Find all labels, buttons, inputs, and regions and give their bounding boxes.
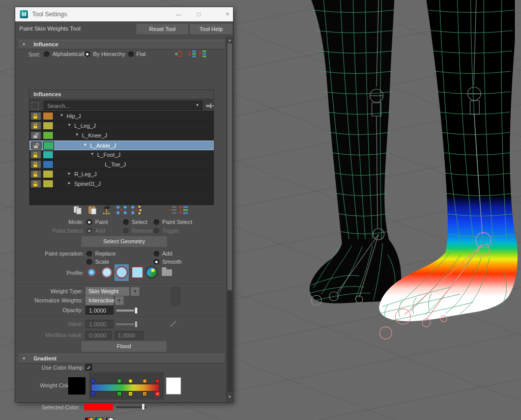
sort-alphabetically-label[interactable]: Alphabetically <box>52 51 87 57</box>
influence-color-swatch[interactable] <box>43 112 53 120</box>
unlock-icon[interactable] <box>31 131 41 139</box>
paint-op-add-radio[interactable] <box>154 251 159 257</box>
tool-help-button[interactable]: Tool Help <box>190 24 233 34</box>
mode-paint-label[interactable]: Paint <box>95 219 108 225</box>
sort-flat-label[interactable]: Flat <box>136 51 146 57</box>
color-preset-fire[interactable] <box>85 417 93 420</box>
influence-row-l-leg[interactable]: ▾ L_Leg_J <box>30 121 214 131</box>
expander-icon[interactable]: ▾ <box>91 151 94 156</box>
paint-op-smooth-label[interactable]: Smooth <box>162 259 182 265</box>
influence-color-swatch[interactable] <box>43 160 53 169</box>
ramp-marker-circle[interactable] <box>117 379 122 383</box>
scroll-down-icon[interactable]: ▼ <box>226 395 233 399</box>
lock-icon[interactable] <box>31 170 41 178</box>
normalize-weights-dropdown-arrow[interactable]: ▼ <box>115 296 124 305</box>
paint-op-replace-label[interactable]: Replace <box>95 250 115 257</box>
influence-row-l-foot[interactable]: ▾ L_Foot_J <box>30 150 214 160</box>
ramp-marker-square[interactable]: × <box>128 391 133 396</box>
lock-icon[interactable] <box>31 180 41 188</box>
mode-paint-radio[interactable] <box>86 219 92 225</box>
use-color-ramp-checkbox[interactable]: ✓ <box>85 364 92 371</box>
lock-icon[interactable] <box>31 122 41 130</box>
weight-color-white-swatch[interactable] <box>166 377 181 395</box>
paint-op-add-label[interactable]: Add <box>162 250 172 257</box>
expander-icon[interactable]: ▾ <box>84 142 86 147</box>
search-input[interactable]: Search... ▼ <box>44 101 202 110</box>
influence-section-header[interactable]: ▼ Influence <box>18 40 225 49</box>
influence-row-l-ankle-selected[interactable]: ▾ L_Ankle_J <box>30 141 214 150</box>
brush-image-icon[interactable] <box>146 266 158 278</box>
search-dropdown-icon[interactable]: ▼ <box>192 101 199 109</box>
close-button[interactable]: × <box>223 10 232 19</box>
color-preset-rainbow[interactable] <box>95 417 103 420</box>
ramp-marker-circle[interactable] <box>91 379 95 383</box>
weight-color-black-swatch[interactable] <box>68 377 85 395</box>
scrollbar-thumb[interactable] <box>227 43 232 290</box>
ramp-marker-square[interactable]: × <box>91 391 95 396</box>
collapse-triangle-icon[interactable]: ▼ <box>22 40 26 49</box>
expander-icon[interactable]: ▾ <box>68 122 71 127</box>
ramp-marker-square[interactable]: × <box>117 391 122 396</box>
scrollbar-track[interactable] <box>227 291 232 392</box>
influence-color-swatch[interactable] <box>43 180 53 188</box>
selected-color-slider-handle[interactable] <box>141 403 145 410</box>
opacity-slider-handle[interactable] <box>134 307 138 314</box>
panel-scrollbar[interactable]: ▲ ▼ <box>226 37 233 402</box>
copy-weights-icon[interactable] <box>73 205 83 215</box>
expander-icon[interactable]: ▸ <box>68 180 71 185</box>
sort-list-down-icon[interactable] <box>188 50 196 58</box>
browse-brush-folder-icon[interactable] <box>162 269 172 276</box>
expander-icon[interactable]: ▸ <box>68 171 71 176</box>
mode-select-label[interactable]: Select <box>132 219 148 225</box>
ramp-marker-circle[interactable] <box>155 379 160 383</box>
sort-by-hierarchy-label[interactable]: By Hierarchy <box>93 51 125 57</box>
mode-paint-select-radio[interactable] <box>154 219 159 225</box>
minimize-button[interactable]: — <box>174 10 183 19</box>
window-titlebar[interactable]: M Tool Settings — □ × <box>15 7 233 22</box>
sort-alphabetically-radio[interactable] <box>44 51 49 57</box>
collapse-triangle-icon[interactable]: ▼ <box>22 354 26 363</box>
normalize-weights-dropdown[interactable]: Interactive <box>85 296 113 305</box>
marquee-select-icon[interactable] <box>32 102 39 109</box>
sort-flat-radio[interactable] <box>128 51 134 57</box>
influence-color-swatch[interactable] <box>43 170 53 178</box>
move-weights-icon[interactable] <box>116 205 127 215</box>
ramp-marker-circle[interactable] <box>128 379 133 383</box>
lock-icon[interactable] <box>31 160 41 169</box>
paint-op-scale-label[interactable]: Scale <box>95 259 109 265</box>
ramp-marker-square[interactable]: × <box>142 391 147 396</box>
color-ramp-bar[interactable] <box>91 384 159 391</box>
influence-tree-list[interactable]: ▾ Hip_J ▾ L_Leg_J ▾ L_Knee_J <box>30 111 214 205</box>
influence-color-swatch[interactable] <box>43 151 53 159</box>
ramp-marker-circle[interactable] <box>142 379 147 383</box>
refresh-influences-icon[interactable] <box>175 50 185 58</box>
influence-row-l-toe[interactable]: L_Toe_J <box>30 160 214 170</box>
influence-row-r-leg[interactable]: ▸ R_Leg_J <box>30 170 214 179</box>
influence-row-spine01[interactable]: ▸ Spine01_J <box>30 179 214 189</box>
paint-op-smooth-radio[interactable] <box>154 259 159 265</box>
gradient-section-header[interactable]: ▼ Gradient <box>18 354 225 363</box>
weight-type-dropdown-arrow[interactable]: ▼ <box>131 287 139 296</box>
copy-influence-list-icon[interactable] <box>168 205 177 215</box>
lock-icon[interactable] <box>31 112 41 120</box>
unlock-icon[interactable] <box>31 142 42 150</box>
reset-tool-button[interactable]: Reset Tool <box>136 24 188 34</box>
ramp-marker-square-selected[interactable]: × <box>155 391 160 396</box>
influence-color-swatch[interactable] <box>43 142 54 150</box>
mode-select-radio[interactable] <box>123 219 129 225</box>
paste-weights-icon[interactable] <box>88 205 98 215</box>
sort-list-up-icon[interactable] <box>198 50 207 58</box>
opacity-field[interactable]: 1.0000 <box>85 306 113 315</box>
maximize-button[interactable]: □ <box>194 10 204 19</box>
lock-icon[interactable] <box>31 151 41 159</box>
color-preset-grayscale[interactable] <box>106 417 114 420</box>
weight-type-dropdown[interactable]: Skin Weight <box>85 287 129 296</box>
paint-op-replace-radio[interactable] <box>86 251 92 257</box>
influence-color-swatch[interactable] <box>43 131 53 139</box>
influence-color-swatch[interactable] <box>43 122 53 130</box>
brush-soft-icon[interactable] <box>101 266 113 278</box>
selected-color-swatch[interactable] <box>84 404 113 410</box>
select-geometry-button[interactable]: Select Geometry <box>81 236 167 247</box>
influence-row-l-knee[interactable]: ▾ L_Knee_J <box>30 131 214 141</box>
influence-row-hip[interactable]: ▾ Hip_J <box>30 111 214 121</box>
